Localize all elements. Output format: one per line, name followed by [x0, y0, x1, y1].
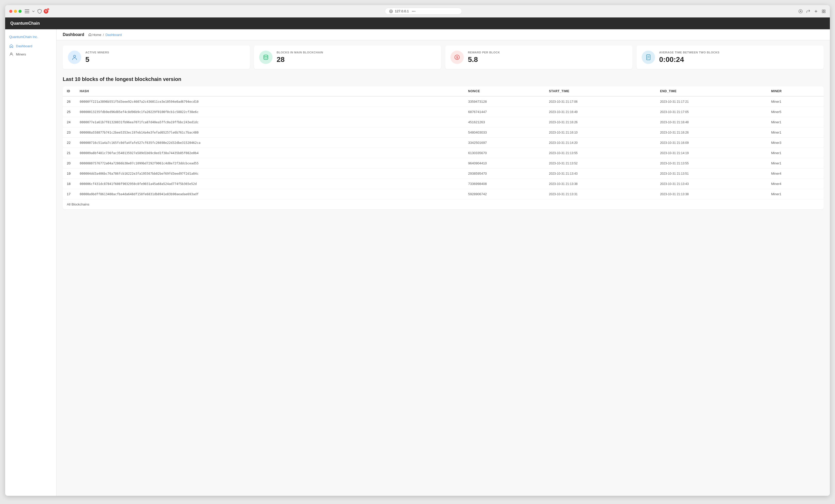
content-area: ACTIVE MINERS 5 — [57, 40, 830, 214]
avg-time-icon — [642, 50, 655, 64]
page-header: Dashboard Home / Dashboard — [57, 29, 830, 40]
app-body: QuantumChain Inc. Dashboard — [5, 29, 830, 496]
cell-id: 23 — [63, 127, 76, 138]
svg-rect-14 — [822, 12, 823, 13]
svg-text:$: $ — [456, 56, 458, 59]
cell-miner: Miner5 — [767, 107, 824, 117]
table-row: 22 000000716c51a4a7c165fc0dfa4fafe527cf6… — [63, 138, 824, 148]
svg-rect-2 — [25, 13, 29, 13]
cell-id: 24 — [63, 117, 76, 127]
breadcrumb-separator: / — [103, 33, 104, 37]
blocks-icon — [259, 50, 272, 64]
cell-hash: 00000013235fdb9ed96d85ef4c8d96b9c1fa2022… — [76, 107, 464, 117]
active-miners-info: ACTIVE MINERS 5 — [85, 51, 109, 64]
extension-badge[interactable]: G 1 — [44, 9, 48, 14]
cell-hash: 00000807576772a04a72866b38e07c1099bd7292… — [76, 158, 464, 169]
svg-point-7 — [413, 11, 414, 12]
cell-miner: Miner1 — [767, 189, 824, 200]
cell-nonce: 7336998408 — [464, 179, 545, 189]
svg-rect-0 — [25, 9, 29, 10]
table-section-title: Last 10 blocks of the longest blockchain… — [63, 76, 824, 82]
all-blockchains-link[interactable]: All Blockchains — [67, 203, 89, 206]
browser-left-icons: G 1 — [25, 9, 48, 14]
table-row: 21 000009a8bf481c736fac3540135927a589d1b… — [63, 148, 824, 158]
cell-end-time: 2023-10-31 21:16:48 — [656, 117, 767, 127]
cell-id: 17 — [63, 189, 76, 200]
cell-end-time: 2023-10-31 21:16:09 — [656, 138, 767, 148]
cell-end-time: 2023-10-31 21:13:51 — [656, 169, 767, 179]
address-bar[interactable]: 127.0.0.1 — [385, 8, 462, 15]
cell-nonce: 5480403033 — [464, 127, 545, 138]
blocks-label: BLOCKS IN MAIN BLOCKCHAIN — [277, 51, 323, 54]
database-icon — [263, 54, 269, 60]
table-footer[interactable]: All Blockchains — [63, 199, 824, 209]
table-body: 26 00000ff221a3896b551f5d3eee92c4607a2c4… — [63, 96, 824, 199]
sidebar: QuantumChain Inc. Dashboard — [5, 29, 57, 496]
app-shell: QuantumChain QuantumChain Inc. Dashboard — [5, 18, 830, 496]
stat-card-reward: $ REWARD PER BLOCK 5.8 — [445, 45, 632, 69]
reward-label: REWARD PER BLOCK — [468, 51, 500, 54]
sidebar-item-dashboard[interactable]: Dashboard — [5, 42, 56, 50]
cell-hash: 000006cf431dc87841f608f9032950c8fe9031a4… — [76, 179, 464, 189]
avg-time-info: AVERAGE TIME BETWEEN TWO BLOCKS 0:00:24 — [659, 51, 719, 64]
cell-hash: 00000ff221a3896b551f5d3eee92c4607a2c4360… — [76, 96, 464, 107]
cell-hash: 000008a558877b741c2bee5353ec197eb14a4e3f… — [76, 127, 464, 138]
avg-time-value: 0:00:24 — [659, 56, 719, 64]
sidebar-item-miners[interactable]: Miners — [5, 50, 56, 58]
browser-control-dots — [9, 10, 22, 13]
cell-id: 22 — [63, 138, 76, 148]
cell-start-time: 2023-10-31 21:13:43 — [545, 169, 656, 179]
share-icon[interactable] — [806, 9, 810, 13]
url-text: 127.0.0.1 — [395, 9, 409, 13]
tab-grid-icon[interactable] — [822, 9, 826, 13]
table-row: 18 000006cf431dc87841f608f9032950c8fe903… — [63, 179, 824, 189]
main-content: Dashboard Home / Dashboard — [57, 29, 830, 496]
sidebar-dashboard-label: Dashboard — [16, 44, 33, 48]
breadcrumb-current: Dashboard — [105, 33, 122, 37]
col-end-time: END_TIME — [656, 86, 767, 96]
blocks-table-container: ID HASH NONCE START_TIME END_TIME MINER … — [63, 86, 824, 209]
dollar-icon: $ — [454, 54, 460, 60]
sidebar-toggle-icon[interactable] — [25, 9, 29, 13]
table-header: ID HASH NONCE START_TIME END_TIME MINER — [63, 86, 824, 96]
maximize-dot[interactable] — [19, 10, 22, 13]
cell-id: 25 — [63, 107, 76, 117]
cell-nonce: 5928906742 — [464, 189, 545, 200]
new-tab-icon[interactable] — [814, 9, 818, 13]
cell-start-time: 2023-10-31 21:14:20 — [545, 138, 656, 148]
cell-nonce: 3359473128 — [464, 96, 545, 107]
minimize-dot[interactable] — [14, 10, 17, 13]
cell-hash: 00000a9bdff8613408acfba4da648df158fe6831… — [76, 189, 464, 200]
stat-card-blocks: BLOCKS IN MAIN BLOCKCHAIN 28 — [254, 45, 441, 69]
breadcrumb-home: Home — [88, 33, 102, 37]
avg-time-label: AVERAGE TIME BETWEEN TWO BLOCKS — [659, 51, 719, 54]
cell-miner: Miner1 — [767, 96, 824, 107]
svg-rect-12 — [822, 10, 823, 11]
cell-start-time: 2023-10-31 21:16:26 — [545, 117, 656, 127]
more-icon[interactable] — [412, 9, 415, 13]
svg-rect-1 — [25, 11, 29, 12]
cell-end-time: 2023-10-31 21:17:21 — [656, 96, 767, 107]
cell-start-time: 2023-10-31 21:16:49 — [545, 107, 656, 117]
table-row: 25 00000013235fdb9ed96d85ef4c8d96b9c1fa2… — [63, 107, 824, 117]
cell-miner: Miner1 — [767, 148, 824, 158]
breadcrumb-home-icon — [88, 33, 91, 36]
svg-point-18 — [264, 55, 268, 57]
active-miners-value: 5 — [85, 56, 109, 64]
col-hash: HASH — [76, 86, 464, 96]
table-row: 26 00000ff221a3896b551f5d3eee92c4607a2c4… — [63, 96, 824, 107]
cell-hash: 000009a8bf481c736fac3540135927a589d1b69c… — [76, 148, 464, 158]
cell-start-time: 2023-10-31 21:16:10 — [545, 127, 656, 138]
cell-hash: 000000716c51a4a7c165fc0dfa4fafe527cf635f… — [76, 138, 464, 148]
blocks-value: 28 — [277, 56, 323, 64]
download-icon[interactable] — [798, 9, 802, 13]
reward-info: REWARD PER BLOCK 5.8 — [468, 51, 500, 64]
cell-end-time: 2023-10-31 21:13:55 — [656, 158, 767, 169]
close-dot[interactable] — [9, 10, 12, 13]
document-icon — [645, 54, 651, 60]
chevron-down-icon[interactable] — [32, 9, 36, 13]
reward-icon: $ — [450, 50, 464, 64]
breadcrumb-home-link[interactable]: Home — [93, 33, 102, 37]
sidebar-miners-label: Miners — [16, 52, 26, 56]
svg-rect-13 — [824, 10, 825, 11]
